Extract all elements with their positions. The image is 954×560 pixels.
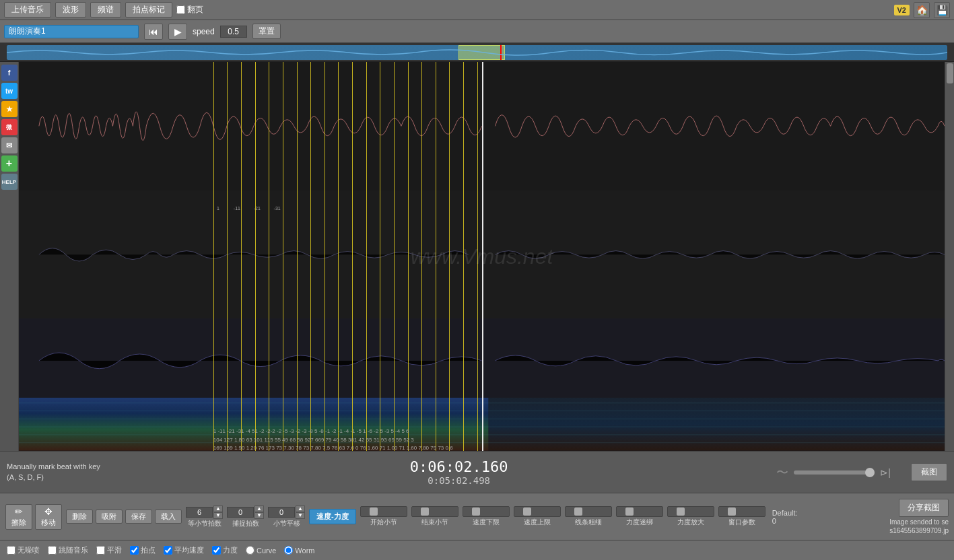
default-group: Default: 0 — [772, 509, 798, 525]
prev-btn[interactable]: ⏮ — [144, 24, 163, 40]
svg-text:1: 1 — [217, 205, 219, 210]
move-icon: ✥ — [44, 506, 53, 517]
random-music-option: 跳随音乐 — [48, 545, 88, 555]
beats-per-bar-group: ▲ ▼ 等小节拍数 — [186, 505, 223, 528]
force-checkbox[interactable] — [212, 546, 221, 555]
beats-per-bar-down[interactable]: ▼ — [213, 512, 223, 519]
speed-lower-slider[interactable] — [463, 506, 510, 517]
absorb-label: 吸附 — [102, 512, 116, 522]
move-btn[interactable]: ✥ 移动 — [35, 504, 62, 530]
erase-btn[interactable]: ✏ 擦除 — [5, 504, 32, 530]
speed-label: speed — [193, 27, 215, 36]
social-sidebar: f tw ★ 微 ✉ + HELP — [0, 62, 19, 451]
line-size-slider[interactable] — [565, 506, 612, 517]
twitter-icon[interactable]: tw — [1, 83, 18, 99]
curve-option: Curve — [246, 546, 276, 555]
mail-icon[interactable]: ✉ — [1, 137, 18, 153]
beats-per-bar-spinners: ▲ ▼ — [213, 505, 223, 519]
force-mag-slider[interactable] — [667, 506, 714, 517]
right-scrollbar[interactable] — [945, 62, 954, 451]
save-bottom-btn[interactable]: 保存 — [125, 510, 152, 524]
force-blur-slider[interactable] — [616, 506, 663, 517]
snap-beats-down[interactable]: ▼ — [254, 512, 264, 519]
speed-lower-label: 速度下限 — [473, 518, 500, 527]
force-mag-label: 力度放大 — [677, 518, 704, 527]
end-icon: ⊳| — [880, 467, 891, 478]
beat-mark-btn[interactable]: 拍点标记 — [125, 2, 172, 18]
share-cut-btn[interactable]: 分享截图 — [899, 499, 949, 517]
bar-move-input[interactable] — [268, 507, 295, 518]
bar-move-down[interactable]: ▼ — [296, 512, 305, 519]
waveform-icon: 〜 — [776, 464, 788, 481]
window-param-label: 窗口参数 — [728, 518, 755, 527]
speed-upper-slider[interactable] — [514, 506, 561, 517]
scroll-handle[interactable] — [947, 63, 953, 83]
window-param-thumb[interactable] — [728, 508, 736, 516]
bar-move-up[interactable]: ▲ — [296, 505, 305, 512]
force-blur-group: 力度迷绑 — [616, 506, 663, 527]
curve-label: Curve — [257, 547, 276, 555]
plus-icon[interactable]: + — [1, 155, 18, 172]
snap-beats-up[interactable]: ▲ — [254, 505, 264, 512]
facebook-icon[interactable]: f — [1, 65, 18, 81]
main-area: f tw ★ 微 ✉ + HELP — [0, 62, 954, 451]
force-mag-thumb[interactable] — [677, 508, 685, 516]
delete-btn[interactable]: 删除 — [66, 510, 93, 524]
end-bar-slider[interactable] — [411, 506, 458, 517]
overview-svg — [7, 45, 947, 60]
track-mid: 1 -11 -21 -31 — [19, 190, 945, 319]
curve-radio[interactable] — [246, 546, 254, 555]
worm-radio[interactable] — [284, 546, 293, 555]
status-center: 0:06:02.160 0:05:02.498 — [148, 458, 770, 486]
waveform-overview — [0, 43, 954, 62]
worm-option: Worm — [284, 546, 314, 555]
delete-label: 删除 — [72, 512, 87, 522]
import-btn[interactable]: 载入 — [155, 510, 182, 524]
start-bar-slider[interactable] — [360, 506, 407, 517]
track-name-input[interactable] — [4, 25, 139, 38]
sure-btn[interactable]: 罩置 — [252, 24, 281, 39]
avg-speed-label: 平均速度 — [174, 545, 204, 555]
speed-lower-group: 速度下限 — [463, 506, 510, 527]
help-icon[interactable]: HELP — [1, 174, 18, 190]
speed-input[interactable] — [220, 26, 247, 38]
play-btn[interactable]: ▶ — [168, 24, 187, 40]
snap-beats-input[interactable] — [227, 507, 254, 518]
window-param-slider[interactable] — [718, 506, 765, 517]
waveform-btn[interactable]: 波形 — [55, 2, 86, 18]
speed-upper-thumb[interactable] — [523, 508, 531, 516]
progress-thumb[interactable] — [865, 468, 875, 477]
beats-per-bar-up[interactable]: ▲ — [213, 505, 223, 512]
speed-lower-thumb[interactable] — [472, 508, 480, 516]
home-btn[interactable]: 🏠 — [914, 2, 930, 18]
star-icon[interactable]: ★ — [1, 101, 18, 117]
absorb-btn[interactable]: 吸附 — [96, 510, 123, 524]
flip-checkbox[interactable] — [176, 5, 185, 14]
save-btn-top[interactable]: 💾 — [934, 2, 950, 18]
overview-bar[interactable] — [7, 45, 947, 60]
flat-checkbox[interactable] — [96, 546, 105, 555]
line-size-thumb[interactable] — [574, 508, 582, 516]
beats-per-bar-input[interactable] — [186, 507, 213, 518]
image-sent-label: Image sended to se — [889, 518, 949, 526]
options-bar: 无噪喷 跳随音乐 平滑 拍点 平均速度 力度 Curve Worm — [0, 540, 954, 560]
beat-checkbox[interactable] — [130, 546, 139, 555]
beat-num-row3: 169 169 1.90 1.20 76 173 73 7.30 78 73 7… — [213, 445, 453, 451]
speed-force-btn[interactable]: 速度-力度 — [309, 509, 356, 524]
beats-per-bar-label: 等小节拍数 — [188, 519, 222, 528]
cut-btn[interactable]: 截图 — [911, 463, 947, 481]
waveform-canvas[interactable]: 1 -11 -21 -31 — [19, 62, 945, 451]
progress-slider[interactable] — [794, 470, 875, 475]
status-right: 〜 ⊳| — [776, 464, 891, 481]
default-value: 0 — [772, 517, 776, 525]
beat-option: 拍点 — [130, 545, 156, 555]
random-music-checkbox[interactable] — [48, 546, 57, 555]
weibo-icon[interactable]: 微 — [1, 119, 18, 135]
force-blur-thumb[interactable] — [625, 508, 634, 516]
frequency-btn[interactable]: 频谱 — [90, 2, 121, 18]
no-noise-checkbox[interactable] — [7, 546, 15, 555]
avg-speed-checkbox[interactable] — [164, 546, 172, 555]
end-bar-thumb[interactable] — [421, 508, 429, 516]
upload-music-btn[interactable]: 上传音乐 — [4, 2, 51, 18]
start-bar-thumb[interactable] — [370, 508, 378, 516]
